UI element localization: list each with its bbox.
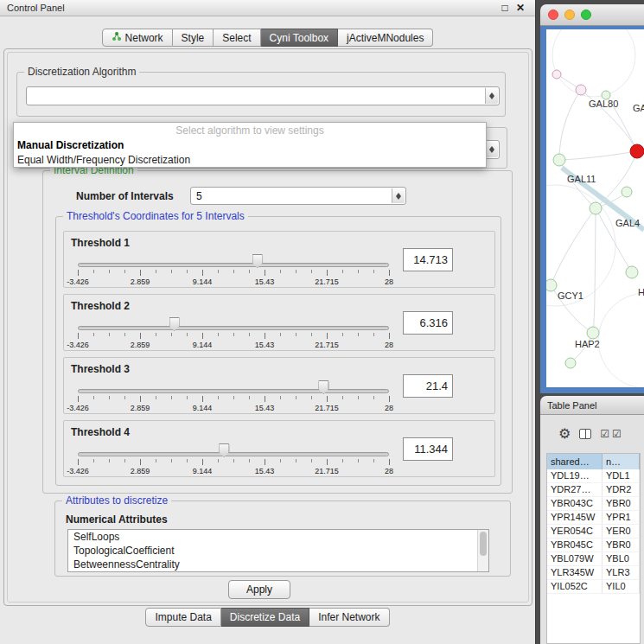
numerical-attributes-list[interactable]: SelfLoopsTopologicalCoefficientBetweenne… xyxy=(67,529,489,572)
table-panel-titlebar[interactable]: Table Panel xyxy=(540,396,644,415)
table-row[interactable]: YPR145WYPR1 xyxy=(547,511,640,525)
close-traffic-light-icon[interactable] xyxy=(548,10,558,20)
network-node[interactable] xyxy=(576,85,586,95)
slider-track[interactable] xyxy=(78,452,389,456)
table-row[interactable]: YBR045CYBR0 xyxy=(547,539,640,552)
discretization-algorithm-group: Discretization Algorithm xyxy=(16,72,506,117)
threshold-slider[interactable]: -3.4262.8599.14415.4321.71528 xyxy=(78,442,389,476)
list-scrollbar[interactable] xyxy=(477,530,488,571)
apply-button[interactable]: Apply xyxy=(228,580,290,599)
threshold-value-field[interactable]: 6.316 xyxy=(403,311,453,335)
network-node[interactable] xyxy=(590,202,602,214)
tab-jactivemnodules[interactable]: jActiveMNodules xyxy=(338,29,433,47)
table-cell: YPR145W xyxy=(547,511,603,524)
algorithm-option-placeholder[interactable]: Select algorithm to view settings xyxy=(14,123,486,137)
network-node-label: GAL11 xyxy=(567,174,596,184)
algorithm-combobox[interactable] xyxy=(26,86,500,105)
slider-track[interactable] xyxy=(78,263,389,267)
table-row[interactable]: YLR345WYLR3 xyxy=(547,566,640,580)
slider-tick xyxy=(358,270,359,273)
column-header-name[interactable]: n… xyxy=(603,454,640,469)
threshold-value-field[interactable]: 14.713 xyxy=(403,248,453,271)
attribute-list-item[interactable]: TopologicalCoefficient xyxy=(68,544,488,558)
slider-tick xyxy=(373,396,374,399)
slider-tick xyxy=(311,459,312,462)
table-cell: YDL19… xyxy=(547,469,603,482)
network-node[interactable] xyxy=(565,358,576,368)
close-icon[interactable]: ✕ xyxy=(513,2,528,14)
slider-track[interactable] xyxy=(78,326,389,330)
tab-network-label: Network xyxy=(125,32,163,44)
slider-ticks xyxy=(78,459,389,466)
slider-tick xyxy=(156,459,156,462)
threshold-value-field[interactable]: 21.4 xyxy=(403,374,453,398)
zoom-traffic-light-icon[interactable] xyxy=(581,10,591,20)
slider-tick xyxy=(124,459,125,462)
table-row[interactable]: YBL079WYBL0 xyxy=(547,552,640,566)
slider-tick xyxy=(171,333,172,336)
checkbox-icon[interactable]: ☑ xyxy=(612,429,622,439)
network-node[interactable] xyxy=(626,266,638,278)
list-scrollbar-thumb[interactable] xyxy=(480,532,487,556)
table-row[interactable]: YIL052CYIL0 xyxy=(547,580,640,594)
threshold-panel-1: Threshold 1 -3.4262.8599.14415.4321.7152… xyxy=(63,231,495,288)
tab-infer-network-label: Infer Network xyxy=(318,611,379,623)
gear-icon[interactable]: ⚙ xyxy=(558,427,571,441)
network-node[interactable] xyxy=(587,327,599,339)
slider-tick xyxy=(171,396,172,399)
network-node[interactable] xyxy=(546,279,557,291)
table-row[interactable]: YBR043CYBR0 xyxy=(547,497,640,511)
slider-tick xyxy=(202,333,203,339)
slider-tick xyxy=(342,459,343,462)
slider-tick-label: 15.43 xyxy=(255,341,275,349)
slider-tick xyxy=(140,270,141,276)
columns-icon[interactable] xyxy=(579,429,591,439)
threshold-slider[interactable]: -3.4262.8599.14415.4321.71528 xyxy=(78,316,389,350)
slider-track[interactable] xyxy=(78,389,389,393)
slider-tick-label: -3.426 xyxy=(67,277,89,286)
table-cell: YDL1 xyxy=(603,469,640,482)
algorithm-option-manual[interactable]: Manual Discretization xyxy=(14,137,486,152)
column-header-shared-name[interactable]: shared… xyxy=(547,454,603,469)
threshold-slider[interactable]: -3.4262.8599.14415.4321.71528 xyxy=(78,379,389,413)
tab-cyni-toolbox[interactable]: Cyni Toolbox xyxy=(261,29,338,47)
tab-impute-data[interactable]: Impute Data xyxy=(145,608,220,627)
network-window-titlebar[interactable] xyxy=(540,4,644,26)
table-row[interactable]: YDR27…YDR2 xyxy=(547,483,640,497)
slider-tick-labels: -3.4262.8599.14415.4321.71528 xyxy=(78,277,389,286)
network-node[interactable] xyxy=(622,187,632,197)
network-canvas-svg: GAL80GAGAL11GAL4GCY1HAP2H xyxy=(546,29,644,387)
number-of-intervals-combobox[interactable]: 5 xyxy=(190,187,406,205)
minimize-traffic-light-icon[interactable] xyxy=(564,10,575,20)
attribute-list-item[interactable]: BetweennessCentrality xyxy=(68,558,488,571)
table-row[interactable]: YDL19…YDL1 xyxy=(547,469,640,483)
table-cell: YDR27… xyxy=(547,483,603,496)
threshold-panel-2: Threshold 2 -3.4262.8599.14415.4321.7152… xyxy=(63,294,495,351)
network-canvas[interactable]: GAL80GAGAL11GAL4GCY1HAP2H xyxy=(546,29,644,387)
network-node[interactable] xyxy=(553,154,565,166)
threshold-slider[interactable]: -3.4262.8599.14415.4321.71528 xyxy=(78,252,389,287)
tab-style[interactable]: Style xyxy=(173,29,214,47)
tab-impute-data-label: Impute Data xyxy=(155,611,211,623)
numerical-attributes-label: Numerical Attributes xyxy=(66,513,168,526)
slider-tick-label: 9.144 xyxy=(193,404,213,412)
table-cell: YBL079W xyxy=(547,552,603,565)
slider-tick-labels: -3.4262.8599.14415.4321.71528 xyxy=(78,467,389,475)
tab-network[interactable]: Network xyxy=(102,29,173,47)
threshold-label: Threshold 4 xyxy=(71,426,130,438)
table-row[interactable]: YER054CYER0 xyxy=(547,525,640,539)
checkbox-icon[interactable]: ☑ xyxy=(600,429,609,439)
slider-tick-label: 21.715 xyxy=(315,404,339,412)
slider-tick xyxy=(327,459,328,465)
tab-select[interactable]: Select xyxy=(214,29,260,47)
float-window-icon[interactable]: □ xyxy=(497,2,513,14)
attribute-list-item[interactable]: SelfLoops xyxy=(68,530,488,544)
tab-infer-network[interactable]: Infer Network xyxy=(309,608,389,627)
threshold-value-field[interactable]: 11.344 xyxy=(403,437,453,461)
slider-tick xyxy=(218,396,219,399)
algorithm-option-equal-width[interactable]: Equal Width/Frequency Discretization xyxy=(14,152,486,167)
network-node[interactable] xyxy=(552,70,561,79)
tab-discretize-data[interactable]: Discretize Data xyxy=(221,608,309,627)
threshold-label: Threshold 3 xyxy=(71,363,130,375)
network-node[interactable] xyxy=(630,144,644,158)
